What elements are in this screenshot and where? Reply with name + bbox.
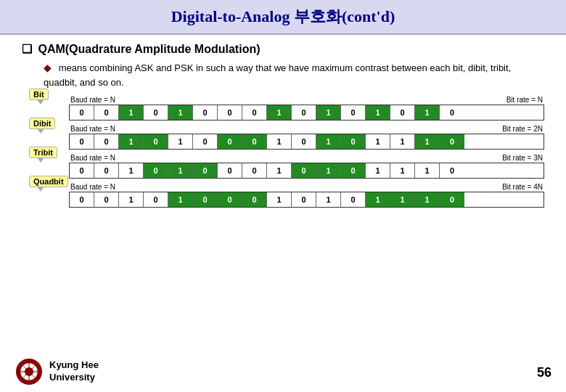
baud-rate: Baud rate = N	[70, 154, 115, 162]
bit-cell: 0	[70, 192, 94, 207]
diagrams-area: BitBaud rate = NBit rate = N001010001010…	[29, 96, 544, 208]
page-number: 56	[537, 365, 551, 380]
bit-cell: 1	[415, 192, 440, 207]
bit-cell: 0	[144, 105, 168, 120]
bit-cell: 1	[168, 105, 193, 120]
diagram-wrapper: Baud rate = NBit rate = N001010001010101…	[69, 96, 544, 121]
slide-header: Digital-to-Analog 부호화(cont'd)	[0, 0, 566, 35]
bit-cell: 0	[94, 163, 119, 178]
bit-cell: 1	[415, 105, 440, 120]
university-logo	[15, 357, 44, 386]
bit-cell: 1	[119, 192, 144, 207]
bit-cell: 0	[292, 163, 316, 178]
diagram-label-bubble: Quadbit	[29, 176, 68, 187]
bit-cell: 0	[218, 192, 242, 207]
bit-cell: 0	[292, 192, 316, 207]
bit-cell: 1	[168, 163, 193, 178]
bit-cell: 0	[144, 163, 168, 178]
bit-cell: 1	[390, 134, 415, 149]
bit-cell: 0	[193, 192, 218, 207]
bit-cell: 1	[119, 163, 144, 178]
diagram-label-bubble: Tribit	[29, 147, 57, 158]
diagram-label-bubble: Dibit	[29, 118, 55, 129]
diagram-wrapper: Baud rate = NBit rate = 3N00101000101011…	[69, 154, 544, 179]
bit-cell: 1	[267, 192, 292, 207]
bit-cell: 0	[440, 134, 464, 149]
bit-cell: 0	[390, 105, 415, 120]
diagram-row: DibitBaud rate = NBit rate = 2N001010001…	[29, 125, 544, 150]
bit-cell: 1	[267, 134, 292, 149]
bit-cell: 0	[70, 163, 94, 178]
footer: Kyung Hee University 56	[0, 357, 566, 386]
bit-cell: 0	[242, 105, 267, 120]
bit-cell: 1	[316, 192, 341, 207]
bit-row: 0010100010101010	[69, 105, 544, 121]
bit-rate: Bit rate = 2N	[502, 125, 543, 133]
bit-cell: 0	[193, 105, 218, 120]
bit-cell: 1	[366, 192, 390, 207]
baud-info: Baud rate = NBit rate = 2N	[69, 125, 544, 133]
bit-cell: 0	[144, 192, 168, 207]
q-bullet: ❑	[22, 43, 35, 55]
bit-cell: 0	[440, 105, 464, 120]
bit-row: 0010100010101110	[69, 163, 544, 179]
bit-cell: 0	[440, 163, 464, 178]
bit-cell: 0	[94, 192, 119, 207]
bit-cell: 1	[267, 105, 292, 120]
bit-cell: 1	[390, 163, 415, 178]
bit-cell: 1	[316, 163, 341, 178]
bit-cell: 0	[70, 105, 94, 120]
bit-row: 0010100010101110	[69, 134, 544, 150]
diagram-row: TribitBaud rate = NBit rate = 3N00101000…	[29, 154, 544, 179]
university-name: Kyung Hee University	[49, 359, 99, 384]
baud-rate: Baud rate = N	[70, 183, 115, 191]
diamond-bullet: ◆	[44, 62, 52, 73]
university-info: Kyung Hee University	[15, 357, 99, 386]
bit-rate: Bit rate = 3N	[502, 154, 543, 162]
bit-cell: 0	[144, 134, 168, 149]
bit-cell: 0	[242, 163, 267, 178]
diagram-wrapper: Baud rate = NBit rate = 2N00101000101011…	[69, 125, 544, 150]
diagram-row: BitBaud rate = NBit rate = N001010001010…	[29, 96, 544, 121]
bit-cell: 1	[316, 105, 341, 120]
diagram-label-bubble: Bit	[29, 89, 49, 100]
bit-cell: 0	[94, 105, 119, 120]
description-text: ◆ means combining ASK and PSK in such a …	[44, 60, 544, 90]
bit-cell: 1	[168, 134, 193, 149]
qam-title: ❑ QAM(Quadrature Amplitude Modulation)	[22, 42, 544, 56]
bit-cell: 0	[341, 163, 366, 178]
bit-cell: 0	[70, 134, 94, 149]
bit-cell: 0	[341, 105, 366, 120]
bit-cell: 0	[292, 134, 316, 149]
bit-cell: 0	[193, 163, 218, 178]
bit-cell: 0	[218, 134, 242, 149]
bit-row: 0010100010101110	[69, 192, 544, 208]
diagram-wrapper: Baud rate = NBit rate = 4N00101000101011…	[69, 183, 544, 208]
bit-cell: 0	[193, 134, 218, 149]
bit-cell: 1	[366, 163, 390, 178]
bit-rate: Bit rate = N	[506, 96, 543, 104]
bit-cell: 1	[366, 134, 390, 149]
bit-cell: 1	[390, 192, 415, 207]
slide: Digital-to-Analog 부호화(cont'd) ❑ QAM(Quad…	[0, 0, 566, 392]
bit-cell: 0	[292, 105, 316, 120]
bit-cell: 0	[341, 192, 366, 207]
bit-cell: 1	[168, 192, 193, 207]
bit-cell: 0	[218, 105, 242, 120]
bit-cell: 1	[119, 105, 144, 120]
baud-rate: Baud rate = N	[70, 96, 115, 104]
baud-info: Baud rate = NBit rate = 3N	[69, 154, 544, 162]
baud-info: Baud rate = NBit rate = 4N	[69, 183, 544, 191]
bit-cell: 0	[94, 134, 119, 149]
bit-cell: 0	[218, 163, 242, 178]
diagram-row: QuadbitBaud rate = NBit rate = 4N0010100…	[29, 183, 544, 208]
baud-rate: Baud rate = N	[70, 125, 115, 133]
bit-rate: Bit rate = 4N	[502, 183, 543, 191]
bit-cell: 1	[267, 163, 292, 178]
bit-cell: 0	[341, 134, 366, 149]
bit-cell: 1	[316, 134, 341, 149]
bit-cell: 0	[242, 192, 267, 207]
bit-cell: 1	[415, 134, 440, 149]
slide-title: Digital-to-Analog 부호화(cont'd)	[7, 6, 559, 28]
baud-info: Baud rate = NBit rate = N	[69, 96, 544, 104]
